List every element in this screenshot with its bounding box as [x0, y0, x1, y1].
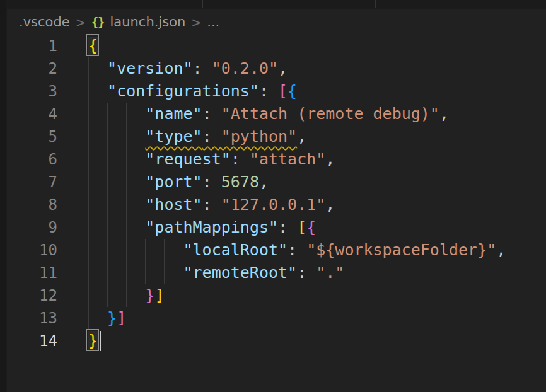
token: } — [145, 286, 154, 304]
code-line[interactable]: 6 "request": "attach", — [7, 148, 546, 171]
token: "." — [316, 263, 344, 282]
line-number[interactable]: 2 — [7, 57, 57, 80]
indent-guide — [107, 103, 108, 125]
vscode-window: { "chrome": { "tab_separator_positions_p… — [0, 0, 546, 392]
bracket-match-token: { — [88, 37, 98, 55]
token: "${workspaceFolder}" — [306, 241, 496, 259]
token: "localRoot" — [183, 241, 288, 259]
token: } — [107, 309, 117, 327]
indent-guide — [88, 262, 89, 284]
line-number[interactable]: 4 — [7, 103, 57, 125]
line-number[interactable]: 1 — [7, 35, 57, 57]
line-number[interactable]: 10 — [7, 239, 57, 262]
token: { — [306, 218, 316, 236]
token: [ — [297, 218, 306, 236]
code-content[interactable]: "type": "python", — [57, 125, 546, 148]
code-line[interactable]: 8 "host": "127.0.0.1", — [7, 193, 546, 216]
code-line[interactable]: 7 "port": 5678, — [7, 171, 546, 193]
code-line[interactable]: 4 "name": "Attach (remote debug)", — [7, 103, 546, 125]
code-content[interactable]: "host": "127.0.0.1", — [57, 193, 546, 216]
line-number[interactable]: 8 — [7, 193, 57, 216]
code-line[interactable]: 14} — [7, 330, 546, 352]
indent-guide — [145, 239, 146, 262]
code-line[interactable]: 5 "type": "python", — [7, 125, 546, 148]
token: "configurations" — [107, 82, 259, 100]
code-content[interactable]: "configurations": [{ — [57, 80, 546, 103]
token: { — [288, 82, 297, 100]
indent-guide — [126, 171, 127, 193]
breadcrumb-item-symbols[interactable]: ... — [207, 14, 219, 30]
tab-separator — [542, 0, 542, 8]
breadcrumb-item-vscode[interactable]: .vscode — [19, 14, 70, 30]
token: 5678 — [221, 173, 259, 191]
code-line[interactable]: 13 }] — [7, 307, 546, 330]
code-content[interactable]: "localRoot": "${workspaceFolder}", — [57, 239, 546, 262]
indent-guide — [126, 103, 127, 125]
indent-guide — [88, 171, 89, 193]
code-line[interactable]: 10 "localRoot": "${workspaceFolder}", — [7, 239, 546, 262]
token: : — [297, 263, 316, 282]
code-content[interactable]: { — [57, 35, 546, 57]
indentation — [88, 195, 145, 214]
code-line[interactable]: 12 }] — [7, 284, 546, 307]
line-number[interactable]: 5 — [7, 125, 57, 148]
code-content[interactable]: "pathMappings": [{ — [57, 216, 546, 239]
code-content[interactable]: "port": 5678, — [57, 171, 546, 193]
code-content[interactable]: }] — [57, 307, 546, 330]
line-number[interactable]: 11 — [7, 262, 57, 284]
line-number[interactable]: 12 — [7, 284, 57, 307]
token: [ — [278, 82, 288, 100]
token: ] — [154, 286, 164, 304]
indent-guide — [126, 193, 127, 216]
code-line[interactable]: 2 "version": "0.2.0", — [7, 57, 546, 80]
code-line[interactable]: 1{ — [7, 35, 546, 57]
code-line[interactable]: 11 "remoteRoot": "." — [7, 262, 546, 284]
indent-guide — [88, 148, 89, 171]
line-number[interactable]: 6 — [7, 148, 57, 171]
token: , — [297, 127, 306, 146]
indentation — [88, 241, 183, 259]
token: "0.2.0" — [212, 59, 278, 78]
indent-guide — [107, 216, 108, 239]
line-number[interactable]: 3 — [7, 80, 57, 103]
token: "127.0.0.1" — [221, 195, 326, 214]
code-content[interactable]: "name": "Attach (remote debug)", — [57, 103, 546, 125]
token: "request" — [145, 150, 230, 168]
token: , — [496, 241, 506, 259]
token: "type" — [145, 127, 202, 146]
line-number[interactable]: 14 — [7, 330, 57, 352]
code-content[interactable]: "version": "0.2.0", — [57, 57, 546, 80]
code-line[interactable]: 3 "configurations": [{ — [7, 80, 546, 103]
indent-guide — [88, 193, 89, 216]
warning-squiggle: "type": "python" — [145, 127, 297, 146]
code-content[interactable]: } — [57, 330, 546, 352]
code-content[interactable]: }] — [57, 284, 546, 307]
editor-pane[interactable]: .vscode > {} launch.json > ... 1{2 "vers… — [7, 9, 546, 392]
token: , — [278, 59, 288, 78]
indent-guide — [107, 262, 108, 284]
indentation — [88, 218, 145, 236]
tab-bar-strip[interactable] — [7, 0, 546, 8]
chevron-right-icon: > — [76, 14, 86, 30]
left-rail — [0, 0, 6, 392]
code-area[interactable]: 1{2 "version": "0.2.0",3 "configurations… — [7, 35, 546, 352]
breadcrumb-item-launch-json[interactable]: launch.json — [110, 14, 186, 30]
token: "attach" — [250, 150, 325, 168]
token: : — [202, 127, 221, 146]
indent-guide — [107, 193, 108, 216]
line-number[interactable]: 9 — [7, 216, 57, 239]
indent-guide — [145, 262, 146, 284]
token: , — [325, 195, 335, 214]
tab-separator — [202, 0, 203, 8]
code-content[interactable]: "request": "attach", — [57, 148, 546, 171]
indent-guide — [126, 262, 127, 284]
indentation — [88, 127, 145, 146]
indentation — [88, 173, 145, 191]
indent-guide — [88, 216, 89, 239]
code-content[interactable]: "remoteRoot": "." — [57, 262, 546, 284]
indent-guide — [126, 239, 127, 262]
line-number[interactable]: 13 — [7, 307, 57, 330]
cursor-caret — [100, 331, 101, 351]
code-line[interactable]: 9 "pathMappings": [{ — [7, 216, 546, 239]
line-number[interactable]: 7 — [7, 171, 57, 193]
